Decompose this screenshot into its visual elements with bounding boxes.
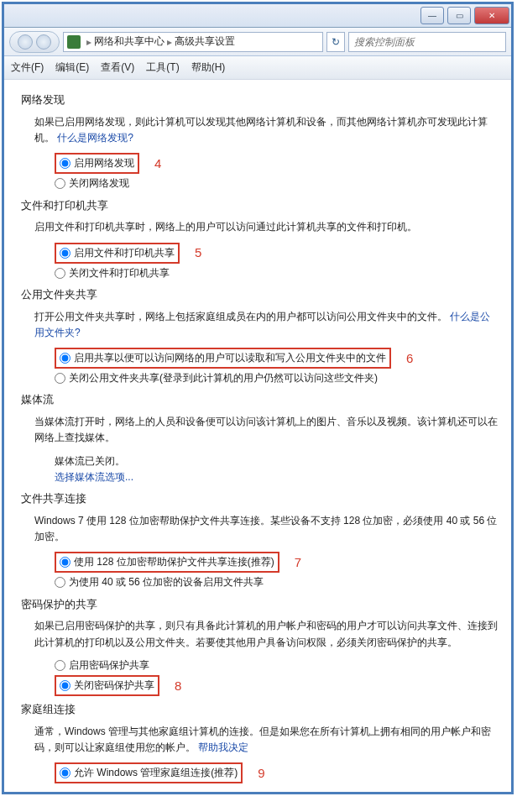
annotation-6: 6 [406,348,413,369]
password-off-label: 关闭密码保护共享 [74,678,154,694]
highlight-4: 启用网络发现 [55,153,139,174]
public-folder-off-label: 关闭公用文件夹共享(登录到此计算机的用户仍然可以访问这些文件夹) [69,370,378,386]
media-stream-options-link[interactable]: 选择媒体流选项... [55,469,498,485]
password-off-radio[interactable] [60,680,70,691]
homegroup-windows-label: 允许 Windows 管理家庭组连接(推荐) [74,765,238,781]
public-folder-on-label: 启用共享以便可以访问网络的用户可以读取和写入公用文件夹中的文件 [74,350,386,366]
search-input[interactable] [349,33,505,51]
public-folder-desc: 打开公用文件夹共享时，网络上包括家庭组成员在内的用户都可以访问公用文件夹中的文件… [34,309,498,341]
encryption-128-radio[interactable] [60,557,70,568]
file-printer-on-radio[interactable] [60,248,70,259]
menu-help[interactable]: 帮助(H) [191,60,226,75]
net-discovery-on-label: 启用网络发现 [74,155,134,171]
menu-edit[interactable]: 编辑(E) [55,60,89,75]
search-box[interactable] [348,32,506,52]
close-button[interactable]: ✕ [474,7,509,24]
highlight-6: 启用共享以便可以访问网络的用户可以读取和写入公用文件夹中的文件 [55,348,391,369]
annotation-5: 5 [195,243,201,263]
refresh-button[interactable]: ↻ [326,32,345,52]
section-net-discovery-title: 网络发现 [21,92,498,109]
annotation-8: 8 [175,676,181,696]
window-titlebar: — ▭ ✕ [4,4,511,28]
section-homegroup-title: 家庭组连接 [21,701,498,719]
net-discovery-on-radio[interactable] [60,158,70,169]
highlight-9: 允许 Windows 管理家庭组连接(推荐) [55,762,243,783]
menu-tools[interactable]: 工具(T) [146,60,179,75]
menu-view[interactable]: 查看(V) [101,60,134,75]
homegroup-desc: 通常，Windows 管理与其他家庭组计算机的连接。但是如果您在所有计算机上拥有… [34,724,498,756]
highlight-7: 使用 128 位加密帮助保护文件共享连接(推荐) [55,552,279,573]
section-encryption-title: 文件共享连接 [21,490,498,508]
annotation-7: 7 [295,553,301,573]
media-stream-desc: 当媒体流打开时，网络上的人员和设备便可以访问该计算机上的图片、音乐以及视频。该计… [34,414,498,446]
breadcrumb-sep: ▸ [86,36,91,48]
media-stream-status: 媒体流已关闭。 [55,453,498,469]
menu-bar: 文件(F) 编辑(E) 查看(V) 工具(T) 帮助(H) [4,56,511,80]
file-printer-on-label: 启用文件和打印机共享 [74,245,175,261]
minimize-button[interactable]: — [420,7,444,24]
file-printer-off-radio[interactable] [55,268,65,279]
net-discovery-off-radio[interactable] [55,178,65,189]
file-printer-off-label: 关闭文件和打印机共享 [69,265,170,281]
net-discovery-desc: 如果已启用网络发现，则此计算机可以发现其他网络计算机和设备，而其他网络计算机亦可… [34,114,498,146]
breadcrumb-seg-2[interactable]: 高级共享设置 [175,34,235,49]
annotation-9: 9 [258,763,264,783]
help-me-decide-link[interactable]: 帮助我决定 [198,741,248,753]
nav-history[interactable] [9,31,60,53]
password-on-radio[interactable] [55,660,65,671]
menu-file[interactable]: 文件(F) [11,60,44,75]
encryption-desc: Windows 7 使用 128 位加密帮助保护文件共享连接。某些设备不支持 1… [34,513,498,545]
forward-icon [36,34,51,50]
maximize-button[interactable]: ▭ [447,7,471,24]
password-desc: 如果已启用密码保护的共享，则只有具备此计算机的用户帐户和密码的用户才可以访问共享… [34,618,498,650]
breadcrumb-sep: ▸ [167,36,172,48]
highlight-8: 关闭密码保护共享 [55,675,159,696]
public-folder-off-radio[interactable] [55,373,65,384]
control-panel-icon [67,35,81,49]
highlight-5: 启用文件和打印机共享 [55,243,180,264]
net-discovery-off-label: 关闭网络发现 [69,175,129,191]
section-file-printer-title: 文件和打印机共享 [21,197,498,215]
encryption-40-56-label: 为使用 40 或 56 位加密的设备启用文件共享 [69,574,264,590]
breadcrumb-seg-1[interactable]: 网络和共享中心 [94,34,164,49]
encryption-128-label: 使用 128 位加密帮助保护文件共享连接(推荐) [74,554,274,570]
back-icon [18,34,33,50]
content-pane: 网络发现 如果已启用网络发现，则此计算机可以发现其他网络计算机和设备，而其他网络… [4,80,511,792]
breadcrumb[interactable]: ▸ 网络和共享中心 ▸ 高级共享设置 [63,32,323,52]
file-printer-desc: 启用文件和打印机共享时，网络上的用户可以访问通过此计算机共享的文件和打印机。 [34,219,498,235]
section-password-title: 密码保护的共享 [21,596,498,614]
navigation-bar: ▸ 网络和共享中心 ▸ 高级共享设置 ↻ [4,28,511,56]
section-public-folder-title: 公用文件夹共享 [21,286,498,304]
annotation-4: 4 [154,154,161,174]
what-is-net-discovery-link[interactable]: 什么是网络发现? [57,132,133,144]
section-media-stream-title: 媒体流 [21,391,498,409]
password-on-label: 启用密码保护共享 [69,657,149,673]
encryption-40-56-radio[interactable] [55,577,65,588]
homegroup-windows-radio[interactable] [60,767,70,778]
public-folder-on-radio[interactable] [60,353,70,364]
